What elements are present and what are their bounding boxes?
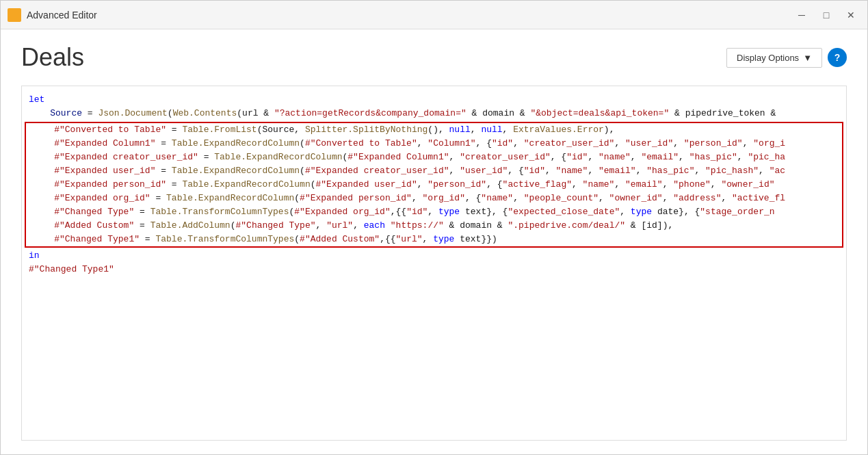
content-area: Deals Display Options ▼ ? let — [1, 29, 867, 454]
code-line-result: #"Changed Type1" — [22, 263, 846, 276]
editor-container: let Source = Json.Document ( Web.Content… — [21, 86, 847, 441]
code-line-1: #"Converted to Table" = Table.FromList (… — [26, 123, 842, 137]
window-title: Advanced Editor — [27, 10, 792, 21]
code-line-4: #"Expanded user_id" = Table.ExpandRecord… — [26, 164, 842, 178]
header-controls: Display Options ▼ ? — [726, 48, 847, 68]
code-line-9: #"Changed Type1" = Table.TransformColumn… — [26, 233, 842, 246]
code-line-8: #"Added Custom" = Table.AddColumn ( #"Ch… — [26, 219, 842, 233]
code-line-6: #"Expanded org_id" = Table.ExpandRecordC… — [26, 192, 842, 205]
display-options-label: Display Options — [737, 53, 799, 63]
let-keyword: let — [29, 93, 44, 107]
advanced-editor-window: Advanced Editor ─ □ ✕ Deals Display Opti… — [0, 0, 868, 455]
page-header: Deals Display Options ▼ ? — [21, 43, 847, 72]
page-title: Deals — [21, 43, 84, 72]
chevron-down-icon: ▼ — [803, 53, 812, 63]
display-options-button[interactable]: Display Options ▼ — [726, 48, 822, 68]
highlighted-code-block: #"Converted to Table" = Table.FromList (… — [25, 122, 843, 248]
window-controls: ─ □ ✕ — [792, 8, 860, 23]
code-line-let: let — [22, 93, 846, 107]
code-lines: let Source = Json.Document ( Web.Content… — [22, 93, 846, 276]
code-area[interactable]: let Source = Json.Document ( Web.Content… — [22, 86, 846, 440]
help-button[interactable]: ? — [828, 48, 847, 67]
code-line-3: #"Expanded creator_user_id" = Table.Expa… — [26, 151, 842, 164]
code-line-7: #"Changed Type" = Table.TransformColumnT… — [26, 205, 842, 219]
code-line-in: in — [22, 249, 846, 263]
close-button[interactable]: ✕ — [841, 8, 860, 23]
result-value: #"Changed Type1" — [29, 263, 114, 276]
in-keyword: in — [29, 249, 40, 263]
code-line-5: #"Expanded person_id" = Table.ExpandReco… — [26, 178, 842, 192]
app-icon — [8, 8, 21, 22]
code-line-2: #"Expanded Column1" = Table.ExpandRecord… — [26, 137, 842, 151]
title-bar: Advanced Editor ─ □ ✕ — [1, 1, 867, 29]
minimize-button[interactable]: ─ — [792, 8, 811, 23]
maximize-button[interactable]: □ — [817, 8, 836, 23]
code-line-source: Source = Json.Document ( Web.Contents ( … — [22, 107, 846, 120]
